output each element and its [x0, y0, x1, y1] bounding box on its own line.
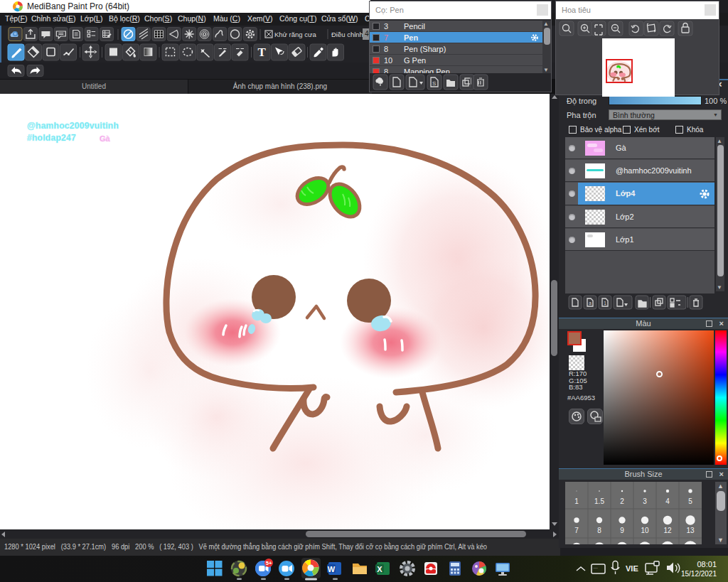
svg-text:5+: 5+ — [266, 560, 272, 566]
svg-text:2: 2 — [620, 497, 624, 505]
svg-text:#holdap247: #holdap247 — [27, 133, 76, 143]
svg-text:@hamhoc2009vuitinh: @hamhoc2009vuitinh — [27, 121, 119, 131]
svg-text:.....: ..... — [594, 566, 598, 569]
svg-text:Gà: Gà — [100, 134, 111, 143]
svg-text:Điều chỉnh: Điều chỉnh — [331, 31, 363, 38]
svg-text:15/12/2021: 15/12/2021 — [681, 570, 717, 578]
svg-text:13: 13 — [686, 527, 695, 534]
svg-text:3: 3 — [643, 497, 647, 505]
svg-text:X: X — [377, 565, 382, 573]
svg-text:S: S — [432, 80, 436, 87]
svg-text:9: 9 — [620, 527, 624, 534]
svg-text:12: 12 — [663, 527, 672, 534]
svg-text:T: T — [258, 45, 267, 59]
svg-text:W: W — [328, 565, 336, 573]
svg-text:10: 10 — [641, 527, 649, 534]
svg-text:a: a — [589, 301, 592, 306]
svg-text:4: 4 — [665, 497, 670, 505]
svg-text:1: 1 — [604, 301, 606, 306]
svg-text:7: 7 — [574, 527, 579, 534]
svg-text:1: 1 — [574, 497, 579, 505]
svg-text:Khử răng cưa: Khử răng cưa — [274, 31, 316, 38]
svg-text:VIE: VIE — [626, 564, 638, 573]
svg-text:8: 8 — [597, 527, 601, 534]
svg-text:1.5: 1.5 — [594, 497, 604, 505]
svg-text:5: 5 — [688, 497, 692, 505]
svg-text:08:01: 08:01 — [697, 560, 717, 568]
